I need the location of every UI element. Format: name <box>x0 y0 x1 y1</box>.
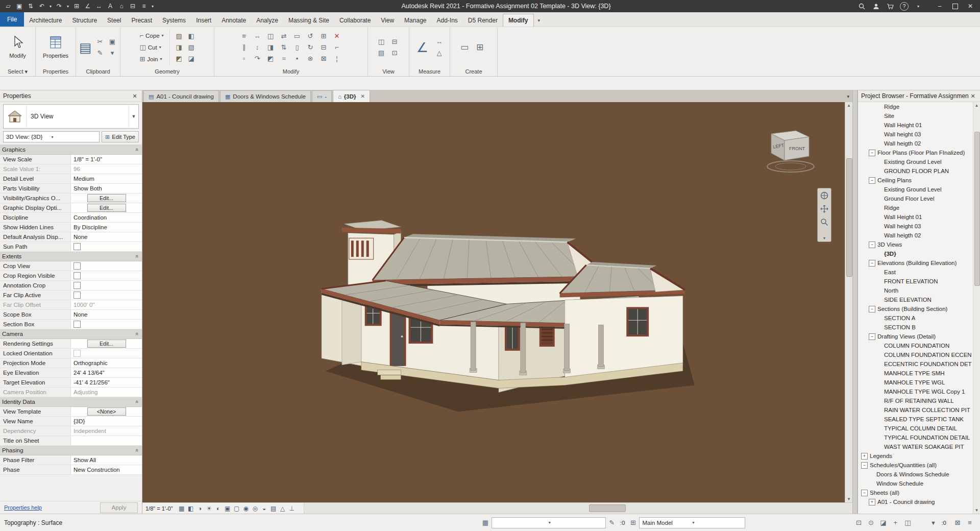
redo-small-icon[interactable]: ↷ <box>252 54 263 64</box>
ribbon-tab-manage[interactable]: Manage <box>399 14 431 27</box>
ribbon-tab-add-ins[interactable]: Add-Ins <box>431 14 462 27</box>
browser-item-3d-views[interactable]: −3D Views <box>858 240 973 249</box>
measure-button[interactable]: ∠ <box>413 29 432 66</box>
zoom-icon[interactable] <box>819 217 829 227</box>
property-value[interactable] <box>70 271 142 280</box>
property-value[interactable]: <None> <box>70 407 142 416</box>
browser-item-north[interactable]: North <box>858 286 973 295</box>
filter-icon[interactable]: ▼ <box>928 518 938 527</box>
property-value[interactable]: Edit... <box>70 203 142 212</box>
browser-item-column-foundation[interactable]: COLUMN FOUNDATION <box>858 341 973 350</box>
cope-button[interactable]: ⌐ Cope ▾ <box>137 30 165 41</box>
undo-icon[interactable]: ↶ <box>37 2 47 11</box>
aligned-dimension-icon[interactable]: ↔ <box>94 2 104 11</box>
callout-icon[interactable]: ◫ <box>376 37 387 47</box>
browser-item-ground-floor-level[interactable]: Ground Floor Level <box>858 194 973 203</box>
pin-icon[interactable]: ▫ <box>238 54 250 64</box>
properties-toggle-button[interactable]: Properties <box>42 29 69 66</box>
browser-item-sheets-all[interactable]: −Sheets (all) <box>858 488 973 497</box>
ribbon-tab-structure[interactable]: Structure <box>67 14 102 27</box>
collapse-section-icon[interactable]: « <box>134 148 140 151</box>
select-pinned-icon[interactable]: ⊙ <box>866 518 876 527</box>
section-icon[interactable]: ⊟ <box>128 2 138 11</box>
angle-icon[interactable]: △ <box>434 48 445 58</box>
swap-icon[interactable]: ⇄ <box>278 31 289 41</box>
autodesk-account-icon[interactable] <box>871 2 880 11</box>
browser-item-legends[interactable]: +Legends <box>858 451 973 461</box>
property-value[interactable] <box>70 242 142 251</box>
search-icon[interactable] <box>857 2 866 11</box>
ungroup-icon[interactable]: ⊟ <box>318 42 329 53</box>
ribbon-tab-d5-render[interactable]: D5 Render <box>463 14 503 27</box>
collapse-section-icon[interactable]: « <box>134 449 140 452</box>
create-similar-icon[interactable]: ⊞ <box>474 42 485 53</box>
ribbon-tab-massing-site[interactable]: Massing & Site <box>283 14 334 27</box>
rotate-ccw-icon[interactable]: ↺ <box>305 31 316 41</box>
browser-item-a01-council-drawing[interactable]: +A01 - Council drawing <box>858 497 973 506</box>
view-scale-control[interactable]: 1/8" = 1'-0" <box>145 505 173 512</box>
unjoin-icon[interactable]: ◪ <box>186 54 197 64</box>
expand-icon[interactable]: + <box>861 453 868 460</box>
collapse-icon[interactable]: − <box>869 177 875 184</box>
browser-item-ridge[interactable]: Ridge <box>858 102 973 111</box>
property-value[interactable] <box>70 291 142 300</box>
wall-joins-icon[interactable]: ▨ <box>174 31 185 41</box>
type-selector[interactable]: 3D View ▼ <box>3 104 139 129</box>
lock-view-icon[interactable]: ◉ <box>241 504 251 513</box>
copy-icon[interactable]: ▣ <box>107 37 118 47</box>
property-value[interactable] <box>70 281 142 290</box>
browser-item-front-elevation[interactable]: FRONT ELEVATION <box>858 277 973 286</box>
paste-button[interactable]: ▤ <box>78 29 92 66</box>
dimension-icon[interactable]: ↔ <box>434 37 445 47</box>
browser-scroll-down-icon[interactable]: ▼ <box>973 507 980 514</box>
unpin-icon[interactable]: ⊠ <box>318 54 329 64</box>
move-icon[interactable]: ↔ <box>252 31 263 41</box>
checkbox-locked-orientation[interactable] <box>74 350 81 357</box>
detail-level-icon[interactable]: ◧ <box>186 504 195 513</box>
scroll-up-icon[interactable]: ▲ <box>845 102 852 109</box>
worksharing-display-icon[interactable]: ⊠ <box>952 518 963 527</box>
browser-item-wall-heigth-02[interactable]: Wall heigth 02 <box>858 139 973 148</box>
background-processes-icon[interactable]: ◫ <box>902 518 913 527</box>
property-value[interactable]: By Discipline <box>70 223 142 232</box>
fill-icon[interactable]: ▪ <box>291 54 303 64</box>
scale-icon[interactable]: ▯ <box>291 42 303 53</box>
collapse-icon[interactable]: − <box>869 306 875 312</box>
offset-icon[interactable]: ∥ <box>238 42 250 53</box>
ribbon-tab-annotate[interactable]: Annotate <box>216 14 251 27</box>
collapse-icon[interactable]: − <box>869 150 875 156</box>
checkbox-annotation-crop[interactable] <box>74 282 81 289</box>
ribbon-tab-precast[interactable]: Precast <box>126 14 157 27</box>
show-crop-icon[interactable]: ▢ <box>232 504 241 513</box>
workset-dropdown[interactable]: ▾ <box>492 517 606 528</box>
mirror-icon[interactable]: ◫ <box>265 31 276 41</box>
tab-list-menu-icon[interactable]: ▾ <box>847 94 849 99</box>
split-face-icon[interactable]: ▧ <box>186 42 197 53</box>
property-value[interactable]: 1000' 0" <box>70 300 142 309</box>
doc-tab-doors-windows-schedule[interactable]: ▦Doors & Windows Schedule <box>220 90 311 102</box>
project-browser-header[interactable]: Project Browser - Formative Assignment..… <box>858 90 980 102</box>
browser-item-east[interactable]: East <box>858 268 973 277</box>
browser-scrollbar[interactable]: ▲ ▼ <box>973 102 980 514</box>
browser-item-typical-foundation-detail[interactable]: TYPICAL FOUNDATION DETAIL <box>858 433 973 442</box>
property-value[interactable]: Show Both <box>70 184 142 193</box>
editable-only-icon[interactable]: ✎ <box>607 518 617 527</box>
plan-view-icon[interactable]: ▤ <box>376 48 387 58</box>
array-icon[interactable]: ⊞ <box>318 31 329 41</box>
paint-icon[interactable]: ◨ <box>174 42 185 53</box>
collapse-icon[interactable]: − <box>869 242 875 248</box>
browser-item-existing-ground-level[interactable]: Existing Ground Level <box>858 185 973 194</box>
thin-lines-icon[interactable]: ≡ <box>139 2 149 11</box>
redo-menu-icon[interactable]: ▾ <box>65 2 70 11</box>
collapse-icon[interactable]: − <box>861 490 868 496</box>
browser-item-section-b[interactable]: SECTION B <box>858 323 973 332</box>
project-browser-close-icon[interactable]: ✕ <box>969 92 977 100</box>
scroll-down-icon[interactable]: ▼ <box>845 496 852 502</box>
help-icon[interactable]: ? <box>900 2 909 11</box>
property-value[interactable]: None <box>70 232 142 242</box>
property-value[interactable]: New Construction <box>70 465 142 474</box>
browser-item-ceiling-plans[interactable]: −Ceiling Plans <box>858 176 973 185</box>
cut-icon[interactable]: ✂ <box>94 37 106 47</box>
collapse-icon[interactable]: − <box>861 462 868 469</box>
canvas-horizontal-scrollbar[interactable] <box>304 503 852 514</box>
